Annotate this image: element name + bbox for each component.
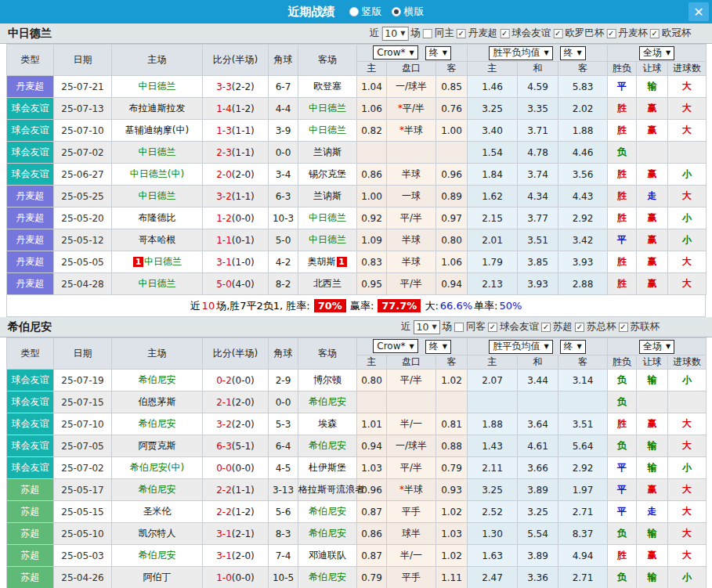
mean-final-dropdown[interactable]: 终▼ (560, 46, 586, 60)
handicap-result-cell: 赢 (637, 479, 668, 501)
mean-away-subheader: 客 (558, 355, 608, 370)
home-team-cell: 伯恩茅斯 (112, 391, 203, 413)
league-filter-label[interactable]: 球会友谊 (500, 320, 539, 334)
odds-home-cell: 0.79 (357, 567, 387, 588)
league-filter-label[interactable]: 球会友谊 (511, 27, 551, 40)
goals-result-cell: 小 (668, 457, 707, 479)
fulltime-score: 1-3 (216, 125, 232, 136)
match-count-select[interactable]: 10▼ (381, 27, 408, 41)
handicap-text: 平手 (402, 572, 421, 583)
match-row: 球会友谊25-07-13布拉迪斯拉发1-4(1-2)4-4中日德兰1.06*平/… (7, 98, 707, 120)
mean-away-cell: 2.71 (558, 567, 608, 588)
date-cell: 25-05-25 (54, 186, 112, 207)
odds-final-dropdown[interactable]: 终▼ (425, 46, 451, 60)
date-cell: 25-05-05 (54, 251, 112, 273)
view-option-label[interactable]: 横版 (404, 5, 425, 19)
league-filter-label[interactable]: 苏超 (553, 320, 573, 334)
odds-final-dropdown-label: 终 (429, 340, 439, 353)
same-venue-label[interactable]: 同客 (466, 320, 486, 334)
league-checkbox[interactable]: ✓ (488, 323, 497, 332)
mean-odds-dropdown[interactable]: 胜平负均值▼ (489, 340, 552, 354)
goals-result-cell: 大 (668, 98, 707, 120)
close-icon[interactable]: ✕ (689, 2, 709, 21)
type-badge-cell: 球会友谊 (7, 164, 54, 186)
same-venue-checkbox[interactable] (454, 323, 464, 332)
full-match-dropdown[interactable]: 全场▼ (639, 46, 674, 60)
league-checkbox[interactable]: ✓ (457, 29, 466, 38)
league-filter-label[interactable]: 丹麦杯 (618, 27, 648, 40)
home-team-cell: 基辅迪纳摩(中) (112, 120, 203, 142)
odds-away-cell: 0.85 (436, 76, 468, 98)
chevron-down-icon: ▼ (432, 323, 436, 330)
odds-final-dropdown[interactable]: 终▼ (425, 340, 451, 354)
score-cell: 2-3(1-1) (203, 142, 269, 164)
league-filter-label[interactable]: 苏联杯 (631, 320, 660, 334)
view-radio-1[interactable] (392, 7, 401, 16)
corner-cell: 0-0 (269, 391, 298, 413)
league-checkbox[interactable]: ✓ (650, 29, 660, 38)
match-row: 丹麦超25-05-25中日德兰3-2(1-1)6-3兰讷斯1.00一球0.891… (7, 186, 707, 207)
header-group-row: 类型日期主场比分(半场)角球客场Crow*▼终▼胜平负均值▼终▼全场▼ (7, 338, 707, 355)
league-checkbox[interactable]: ✓ (500, 29, 509, 38)
results-table: 类型日期主场比分(半场)角球客场Crow*▼终▼胜平负均值▼终▼全场▼主盘口客主… (6, 44, 707, 295)
same-venue-checkbox[interactable] (423, 29, 432, 38)
away-team-cell: 埃森 (298, 413, 357, 435)
type-badge-cell: 丹麦超 (7, 186, 54, 207)
fulltime-score: 5-0 (216, 279, 232, 290)
handicap-result-cell: 输 (637, 76, 668, 98)
games-label: 场 (443, 320, 453, 334)
goals-result-cell: 小 (668, 164, 707, 186)
fulltime-score: 3-1 (216, 257, 232, 268)
corner-cell: 3-4 (269, 164, 298, 186)
odds-source-dropdown[interactable]: Crow*▼ (373, 339, 417, 353)
odds-away-cell: 0.76 (436, 98, 468, 120)
same-venue-label[interactable]: 同主 (435, 27, 454, 40)
odds-away-cell: 1.02 (436, 545, 468, 567)
away-team-cell: 希伯尼安 (298, 435, 357, 457)
handicap-text: 球半 (402, 528, 421, 539)
mean-final-dropdown-label: 终 (564, 340, 573, 353)
league-checkbox[interactable]: ✓ (606, 29, 616, 38)
fulltime-score: 3-2 (216, 191, 232, 202)
result-scope-header: 全场▼ (608, 45, 707, 62)
corner-cell: 6-4 (269, 435, 298, 457)
home-team-name: 希伯尼安 (139, 374, 176, 385)
mean-draw-subheader: 和 (518, 62, 558, 76)
mean-draw-subheader: 和 (518, 355, 558, 370)
type-badge-cell: 丹麦超 (7, 229, 54, 251)
goals-result-subheader: 进球数 (668, 62, 707, 76)
mean-draw-cell: 3.85 (518, 251, 558, 273)
home-team-cell: 希伯尼安(中) (112, 457, 203, 479)
mean-home-cell: 2.13 (468, 273, 518, 295)
handicap-result-subheader: 让球 (637, 62, 668, 76)
odds-away-cell: 0.80 (436, 229, 468, 251)
date-cell: 25-06-27 (54, 164, 112, 186)
mean-draw-cell: 4.61 (518, 435, 558, 457)
full-match-dropdown[interactable]: 全场▼ (639, 340, 674, 354)
league-checkbox[interactable]: ✓ (575, 323, 584, 332)
home-team-cell: 布隆德比 (112, 207, 203, 229)
handicap-cell: 球半 (387, 523, 436, 545)
halftime-score: (2-2) (232, 81, 255, 92)
league-filter-label[interactable]: 丹麦超 (468, 27, 498, 40)
league-filter-label[interactable]: 欧罗巴杯 (565, 27, 604, 40)
odds-away-cell: 1.06 (436, 251, 468, 273)
odds-home-subheader: 主 (357, 355, 387, 370)
summary-segment: 50% (499, 300, 522, 312)
league-checkbox[interactable]: ✓ (553, 29, 562, 38)
match-count-select[interactable]: 10▼ (413, 320, 439, 334)
league-filter-label[interactable]: 欧冠杯 (662, 27, 692, 40)
outcome-cell: 平 (608, 457, 637, 479)
league-checkbox[interactable]: ✓ (619, 323, 628, 332)
mean-final-dropdown[interactable]: 终▼ (560, 340, 586, 354)
view-option-label[interactable]: 竖版 (362, 5, 382, 19)
mean-odds-dropdown[interactable]: 胜平负均值▼ (489, 46, 552, 60)
league-checkbox[interactable]: ✓ (541, 323, 551, 332)
league-filter-label[interactable]: 苏总杯 (587, 320, 616, 334)
view-radio-0[interactable] (349, 7, 359, 16)
odds-home-cell: 1.04 (357, 76, 387, 98)
goals-result-cell (668, 391, 707, 413)
summary-segment: 赢率: (350, 299, 374, 313)
odds-source-dropdown[interactable]: Crow*▼ (373, 45, 417, 60)
home-team-cell: 阿贾克斯 (112, 435, 203, 457)
